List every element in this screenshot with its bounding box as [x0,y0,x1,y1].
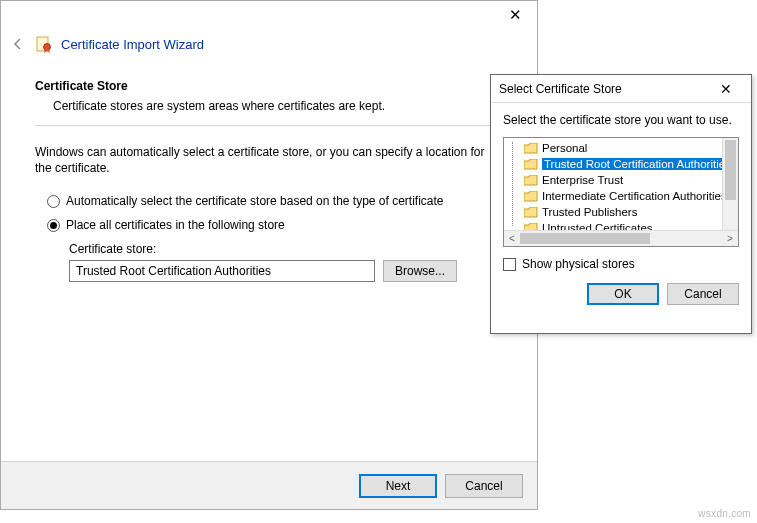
divider [35,125,503,126]
radio-icon [47,219,60,232]
close-icon[interactable]: ✕ [709,81,743,97]
store-label: Certificate store: [69,242,503,256]
tree-item[interactable]: Personal [508,140,722,156]
tree-item-label: Enterprise Trust [542,174,623,186]
watermark: wsxdn.com [698,508,751,519]
checkbox-icon [503,258,516,271]
tree-list[interactable]: PersonalTrusted Root Certification Autho… [508,140,722,230]
tree-item-label: Trusted Root Certification Authorities [542,158,722,170]
section-title: Certificate Store [35,79,503,93]
wizard-footer: Next Cancel [1,461,537,509]
scroll-right-icon[interactable]: > [722,233,738,244]
store-row: Browse... [69,260,503,282]
dialog-title: Select Certificate Store [499,82,622,96]
certificate-icon [35,35,53,53]
tree-item[interactable]: Intermediate Certification Authorities [508,188,722,204]
store-tree: PersonalTrusted Root Certification Autho… [503,137,739,247]
radio-place-label: Place all certificates in the following … [66,218,285,232]
dialog-desc: Select the certificate store you want to… [503,113,739,127]
ok-button[interactable]: OK [587,283,659,305]
cancel-button[interactable]: Cancel [445,474,523,498]
wizard-header: Certificate Import Wizard [1,31,537,59]
tree-item[interactable]: Untrusted Certificates [508,220,722,230]
select-store-dialog: Select Certificate Store ✕ Select the ce… [490,74,752,334]
dialog-titlebar: Select Certificate Store ✕ [491,75,751,103]
folder-icon [524,175,538,186]
scrollbar-horizontal[interactable]: < > [504,230,738,246]
browse-button[interactable]: Browse... [383,260,457,282]
scroll-track [520,231,722,246]
scroll-left-icon[interactable]: < [504,233,520,244]
tree-item-label: Untrusted Certificates [542,222,653,230]
tree-item[interactable]: Enterprise Trust [508,172,722,188]
wizard-body: Certificate Store Certificate stores are… [1,59,537,282]
scrollbar-thumb[interactable] [725,140,736,200]
section-desc: Certificate stores are system areas wher… [53,99,503,113]
tree-item[interactable]: Trusted Publishers [508,204,722,220]
folder-icon [524,191,538,202]
radio-icon [47,195,60,208]
tree-item[interactable]: Trusted Root Certification Authorities [508,156,722,172]
certificate-store-input[interactable] [69,260,375,282]
dialog-body: Select the certificate store you want to… [491,103,751,271]
cancel-button[interactable]: Cancel [667,283,739,305]
dialog-footer: OK Cancel [491,283,751,317]
folder-icon [524,159,538,170]
tree-item-label: Personal [542,142,587,154]
folder-icon [524,143,538,154]
wizard-titlebar: ✕ [1,1,537,31]
back-arrow-icon[interactable] [9,35,27,53]
intro-text: Windows can automatically select a certi… [35,144,503,176]
wizard-title: Certificate Import Wizard [61,37,204,52]
tree-item-label: Trusted Publishers [542,206,637,218]
wizard-window: ✕ Certificate Import Wizard Certificate … [0,0,538,510]
close-icon[interactable]: ✕ [493,1,537,29]
show-physical-label: Show physical stores [522,257,635,271]
folder-icon [524,207,538,218]
scrollbar-vertical[interactable] [722,138,738,230]
folder-icon [524,223,538,231]
radio-auto-label: Automatically select the certificate sto… [66,194,444,208]
next-button[interactable]: Next [359,474,437,498]
tree-item-label: Intermediate Certification Authorities [542,190,722,202]
radio-auto-select[interactable]: Automatically select the certificate sto… [47,194,503,208]
show-physical-stores[interactable]: Show physical stores [503,257,739,271]
radio-place-all[interactable]: Place all certificates in the following … [47,218,503,232]
scrollbar-thumb[interactable] [520,233,650,244]
